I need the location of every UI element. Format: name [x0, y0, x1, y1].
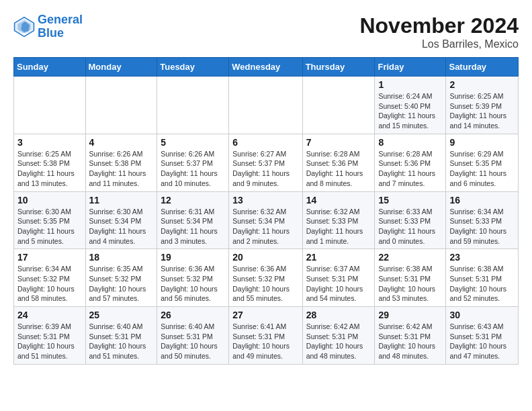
day-info: Sunrise: 6:38 AM Sunset: 5:31 PM Dayligh… [378, 264, 442, 304]
calendar-cell: 10Sunrise: 6:30 AM Sunset: 5:35 PM Dayli… [14, 191, 86, 249]
day-info: Sunrise: 6:38 AM Sunset: 5:31 PM Dayligh… [449, 264, 515, 304]
day-number: 1 [378, 79, 442, 90]
day-info: Sunrise: 6:42 AM Sunset: 5:31 PM Dayligh… [378, 322, 442, 361]
header-cell-monday: Monday [85, 58, 157, 77]
day-info: Sunrise: 6:43 AM Sunset: 5:31 PM Dayligh… [449, 322, 515, 361]
calendar-cell: 27Sunrise: 6:41 AM Sunset: 5:31 PM Dayli… [229, 307, 302, 365]
calendar-cell: 29Sunrise: 6:42 AM Sunset: 5:31 PM Dayli… [375, 307, 446, 365]
header-cell-saturday: Saturday [446, 58, 519, 77]
calendar-cell: 1Sunrise: 6:24 AM Sunset: 5:40 PM Daylig… [375, 77, 446, 134]
day-number: 5 [161, 137, 225, 148]
page-header: General Blue November 2024 Los Barriles,… [13, 13, 519, 50]
day-number: 14 [306, 195, 371, 205]
day-number: 8 [378, 137, 442, 148]
calendar-cell: 2Sunrise: 6:25 AM Sunset: 5:39 PM Daylig… [446, 77, 519, 134]
day-info: Sunrise: 6:24 AM Sunset: 5:40 PM Dayligh… [378, 91, 442, 131]
day-info: Sunrise: 6:40 AM Sunset: 5:31 PM Dayligh… [89, 322, 154, 361]
day-info: Sunrise: 6:27 AM Sunset: 5:37 PM Dayligh… [232, 149, 298, 189]
day-info: Sunrise: 6:25 AM Sunset: 5:39 PM Dayligh… [449, 91, 515, 131]
day-number: 15 [378, 195, 442, 205]
header-cell-wednesday: Wednesday [229, 58, 302, 77]
calendar-week-3: 17Sunrise: 6:34 AM Sunset: 5:32 PM Dayli… [14, 249, 519, 307]
day-number: 22 [378, 252, 442, 263]
day-number: 12 [161, 195, 225, 205]
calendar-table: SundayMondayTuesdayWednesdayThursdayFrid… [13, 57, 519, 365]
calendar-body: 1Sunrise: 6:24 AM Sunset: 5:40 PM Daylig… [14, 77, 519, 365]
calendar-cell: 8Sunrise: 6:28 AM Sunset: 5:36 PM Daylig… [375, 134, 446, 191]
day-number: 7 [306, 137, 371, 148]
day-info: Sunrise: 6:33 AM Sunset: 5:33 PM Dayligh… [378, 207, 442, 246]
day-info: Sunrise: 6:32 AM Sunset: 5:34 PM Dayligh… [232, 207, 298, 246]
calendar-cell: 19Sunrise: 6:36 AM Sunset: 5:32 PM Dayli… [157, 249, 229, 307]
calendar-cell: 18Sunrise: 6:35 AM Sunset: 5:32 PM Dayli… [85, 249, 157, 307]
calendar-cell: 13Sunrise: 6:32 AM Sunset: 5:34 PM Dayli… [229, 191, 302, 249]
day-number: 17 [17, 252, 82, 263]
calendar-cell: 28Sunrise: 6:42 AM Sunset: 5:31 PM Dayli… [302, 307, 375, 365]
calendar-week-4: 24Sunrise: 6:39 AM Sunset: 5:31 PM Dayli… [14, 307, 519, 365]
day-info: Sunrise: 6:29 AM Sunset: 5:35 PM Dayligh… [449, 149, 515, 189]
header-cell-friday: Friday [375, 58, 446, 77]
day-info: Sunrise: 6:34 AM Sunset: 5:32 PM Dayligh… [17, 264, 82, 304]
day-number: 13 [232, 195, 298, 205]
day-number: 16 [449, 195, 515, 205]
calendar-cell: 25Sunrise: 6:40 AM Sunset: 5:31 PM Dayli… [85, 307, 157, 365]
header-cell-sunday: Sunday [14, 58, 86, 77]
day-number: 21 [306, 252, 371, 263]
day-info: Sunrise: 6:28 AM Sunset: 5:36 PM Dayligh… [306, 149, 371, 189]
day-info: Sunrise: 6:40 AM Sunset: 5:31 PM Dayligh… [161, 322, 225, 361]
calendar-cell: 14Sunrise: 6:32 AM Sunset: 5:33 PM Dayli… [302, 191, 375, 249]
day-number: 26 [161, 310, 225, 320]
calendar-cell: 21Sunrise: 6:37 AM Sunset: 5:31 PM Dayli… [302, 249, 375, 307]
day-number: 10 [17, 195, 82, 205]
calendar-cell: 7Sunrise: 6:28 AM Sunset: 5:36 PM Daylig… [302, 134, 375, 191]
calendar-cell: 23Sunrise: 6:38 AM Sunset: 5:31 PM Dayli… [446, 249, 519, 307]
calendar-cell [14, 77, 86, 134]
calendar-week-2: 10Sunrise: 6:30 AM Sunset: 5:35 PM Dayli… [14, 191, 519, 249]
calendar-cell: 3Sunrise: 6:25 AM Sunset: 5:38 PM Daylig… [14, 134, 86, 191]
day-info: Sunrise: 6:30 AM Sunset: 5:34 PM Dayligh… [89, 207, 154, 246]
day-info: Sunrise: 6:30 AM Sunset: 5:35 PM Dayligh… [17, 207, 82, 246]
day-info: Sunrise: 6:25 AM Sunset: 5:38 PM Dayligh… [17, 149, 82, 189]
calendar-cell [302, 77, 375, 134]
day-info: Sunrise: 6:26 AM Sunset: 5:37 PM Dayligh… [161, 149, 225, 189]
day-number: 25 [89, 310, 154, 320]
day-info: Sunrise: 6:42 AM Sunset: 5:31 PM Dayligh… [306, 322, 371, 361]
logo-line2: Blue [38, 26, 64, 40]
calendar-cell: 11Sunrise: 6:30 AM Sunset: 5:34 PM Dayli… [85, 191, 157, 249]
day-number: 20 [232, 252, 298, 263]
calendar-header: SundayMondayTuesdayWednesdayThursdayFrid… [14, 58, 519, 77]
day-number: 9 [449, 137, 515, 148]
calendar-week-0: 1Sunrise: 6:24 AM Sunset: 5:40 PM Daylig… [14, 77, 519, 134]
calendar-cell: 4Sunrise: 6:26 AM Sunset: 5:38 PM Daylig… [85, 134, 157, 191]
calendar-cell: 9Sunrise: 6:29 AM Sunset: 5:35 PM Daylig… [446, 134, 519, 191]
calendar-cell [85, 77, 157, 134]
calendar-cell: 22Sunrise: 6:38 AM Sunset: 5:31 PM Dayli… [375, 249, 446, 307]
day-number: 11 [89, 195, 154, 205]
calendar-cell: 17Sunrise: 6:34 AM Sunset: 5:32 PM Dayli… [14, 249, 86, 307]
day-info: Sunrise: 6:31 AM Sunset: 5:34 PM Dayligh… [161, 207, 225, 246]
title-block: November 2024 Los Barriles, Mexico [359, 13, 519, 50]
header-cell-tuesday: Tuesday [157, 58, 229, 77]
calendar-cell: 26Sunrise: 6:40 AM Sunset: 5:31 PM Dayli… [157, 307, 229, 365]
day-info: Sunrise: 6:32 AM Sunset: 5:33 PM Dayligh… [306, 207, 371, 246]
day-number: 27 [232, 310, 298, 320]
logo-icon [13, 16, 35, 38]
day-number: 4 [89, 137, 154, 148]
day-info: Sunrise: 6:28 AM Sunset: 5:36 PM Dayligh… [378, 149, 442, 189]
calendar-cell: 20Sunrise: 6:36 AM Sunset: 5:32 PM Dayli… [229, 249, 302, 307]
day-info: Sunrise: 6:41 AM Sunset: 5:31 PM Dayligh… [232, 322, 298, 361]
day-info: Sunrise: 6:36 AM Sunset: 5:32 PM Dayligh… [161, 264, 225, 304]
header-row: SundayMondayTuesdayWednesdayThursdayFrid… [14, 58, 519, 77]
logo-text: General Blue [38, 13, 83, 40]
day-info: Sunrise: 6:36 AM Sunset: 5:32 PM Dayligh… [232, 264, 298, 304]
location: Los Barriles, Mexico [359, 38, 519, 50]
calendar-week-1: 3Sunrise: 6:25 AM Sunset: 5:38 PM Daylig… [14, 134, 519, 191]
day-number: 3 [17, 137, 82, 148]
month-title: November 2024 [359, 13, 519, 38]
day-number: 19 [161, 252, 225, 263]
day-info: Sunrise: 6:26 AM Sunset: 5:38 PM Dayligh… [89, 149, 154, 189]
calendar-cell: 12Sunrise: 6:31 AM Sunset: 5:34 PM Dayli… [157, 191, 229, 249]
day-number: 30 [449, 310, 515, 320]
day-number: 18 [89, 252, 154, 263]
day-number: 28 [306, 310, 371, 320]
